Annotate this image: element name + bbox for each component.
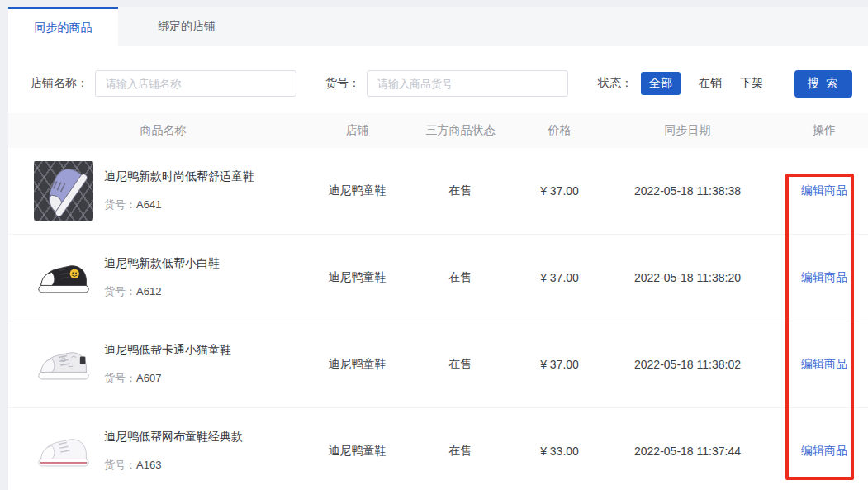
price-cell: ¥ 37.00 bbox=[524, 148, 595, 234]
edit-product-link[interactable]: 编辑商品 bbox=[801, 444, 847, 459]
product-cell: 迪尼鸭低帮卡通小猫童鞋 货号：A607 bbox=[8, 321, 318, 407]
table-row: 迪尼鸭低帮网布童鞋经典款 货号：A163 迪尼鸭童鞋 在售 ¥ 33.00 20… bbox=[8, 408, 868, 490]
column-header-product-name: 商品名称 bbox=[8, 113, 318, 148]
product-image bbox=[34, 335, 93, 394]
column-header-shop: 店铺 bbox=[318, 113, 396, 148]
product-name: 迪尼鸭新款时尚低帮舒适童鞋 bbox=[104, 169, 254, 184]
item-code-label: 货号： bbox=[325, 76, 360, 91]
status-cell: 在售 bbox=[396, 235, 524, 321]
date-cell: 2022-05-18 11:38:20 bbox=[595, 235, 780, 321]
product-image bbox=[34, 421, 93, 481]
product-code: A641 bbox=[136, 198, 161, 211]
product-info: 迪尼鸭低帮网布童鞋经典款 货号：A163 bbox=[104, 430, 243, 473]
tab-bound-shops[interactable]: 绑定的店铺 bbox=[118, 7, 255, 46]
product-cell: 迪尼鸭新款时尚低帮舒适童鞋 货号：A641 bbox=[8, 148, 318, 234]
item-code-input[interactable] bbox=[367, 70, 568, 97]
edit-product-link[interactable]: 编辑商品 bbox=[801, 357, 847, 372]
product-cell: 迪尼鸭低帮网布童鞋经典款 货号：A163 bbox=[8, 408, 318, 490]
product-code-label: 货号： bbox=[104, 198, 136, 211]
date-cell: 2022-05-18 11:37:44 bbox=[595, 408, 780, 490]
product-image bbox=[34, 161, 93, 221]
shop-name-input[interactable] bbox=[95, 70, 296, 97]
product-code-label: 货号： bbox=[104, 372, 136, 384]
product-cell: 迪尼鸭新款低帮小白鞋 货号：A612 bbox=[8, 235, 318, 321]
status-option-all[interactable]: 全部 bbox=[641, 72, 681, 95]
shop-name-label: 店铺名称： bbox=[31, 76, 88, 91]
main-panel: 同步的商品 绑定的店铺 店铺名称： 货号： 状态： 全部 在销 下架 搜 索 商… bbox=[8, 7, 868, 490]
product-info: 迪尼鸭新款时尚低帮舒适童鞋 货号：A641 bbox=[104, 169, 254, 212]
product-code-label: 货号： bbox=[104, 285, 136, 297]
status-option-onsale[interactable]: 在销 bbox=[699, 76, 722, 91]
shop-cell: 迪尼鸭童鞋 bbox=[318, 408, 396, 490]
tab-bar: 同步的商品 绑定的店铺 bbox=[8, 7, 868, 46]
shop-cell: 迪尼鸭童鞋 bbox=[318, 321, 396, 407]
product-name: 迪尼鸭新款低帮小白鞋 bbox=[104, 256, 220, 271]
filter-bar: 店铺名称： 货号： 状态： 全部 在销 下架 搜 索 bbox=[8, 46, 868, 113]
table-header: 商品名称 店铺 三方商品状态 价格 同步日期 操作 bbox=[8, 113, 868, 148]
status-cell: 在售 bbox=[396, 321, 524, 407]
status-cell: 在售 bbox=[396, 148, 524, 234]
column-header-third-party-status: 三方商品状态 bbox=[396, 113, 524, 148]
table-row: 迪尼鸭新款时尚低帮舒适童鞋 货号：A641 迪尼鸭童鞋 在售 ¥ 37.00 2… bbox=[8, 148, 868, 235]
column-header-action: 操作 bbox=[780, 113, 868, 148]
date-cell: 2022-05-18 11:38:38 bbox=[595, 148, 780, 234]
shop-cell: 迪尼鸭童鞋 bbox=[318, 148, 396, 234]
edit-product-link[interactable]: 编辑商品 bbox=[801, 270, 847, 285]
column-header-sync-date: 同步日期 bbox=[595, 113, 780, 148]
edit-product-link[interactable]: 编辑商品 bbox=[801, 183, 847, 198]
product-code: A163 bbox=[136, 459, 161, 471]
status-cell: 在售 bbox=[396, 408, 524, 490]
table-row: 迪尼鸭新款低帮小白鞋 货号：A612 迪尼鸭童鞋 在售 ¥ 37.00 2022… bbox=[8, 235, 868, 321]
table-body: 迪尼鸭新款时尚低帮舒适童鞋 货号：A641 迪尼鸭童鞋 在售 ¥ 37.00 2… bbox=[8, 148, 868, 490]
price-cell: ¥ 33.00 bbox=[524, 408, 595, 490]
table-row: 迪尼鸭低帮卡通小猫童鞋 货号：A607 迪尼鸭童鞋 在售 ¥ 37.00 202… bbox=[8, 321, 868, 408]
tab-synced-products[interactable]: 同步的商品 bbox=[8, 7, 118, 46]
product-info: 迪尼鸭低帮卡通小猫童鞋 货号：A607 bbox=[104, 343, 231, 386]
product-name: 迪尼鸭低帮卡通小猫童鞋 bbox=[104, 343, 231, 358]
shop-cell: 迪尼鸭童鞋 bbox=[318, 235, 396, 321]
product-code-label: 货号： bbox=[104, 459, 136, 471]
product-name: 迪尼鸭低帮网布童鞋经典款 bbox=[104, 430, 243, 445]
date-cell: 2022-05-18 11:38:02 bbox=[595, 321, 780, 407]
status-option-offshelf[interactable]: 下架 bbox=[740, 76, 763, 91]
product-info: 迪尼鸭新款低帮小白鞋 货号：A612 bbox=[104, 256, 220, 299]
price-cell: ¥ 37.00 bbox=[524, 321, 595, 407]
product-image bbox=[34, 248, 93, 307]
product-code: A612 bbox=[136, 285, 161, 297]
search-button[interactable]: 搜 索 bbox=[794, 70, 852, 98]
status-label: 状态： bbox=[598, 76, 633, 91]
product-code: A607 bbox=[136, 372, 161, 384]
column-header-price: 价格 bbox=[524, 113, 595, 148]
price-cell: ¥ 37.00 bbox=[524, 235, 595, 321]
